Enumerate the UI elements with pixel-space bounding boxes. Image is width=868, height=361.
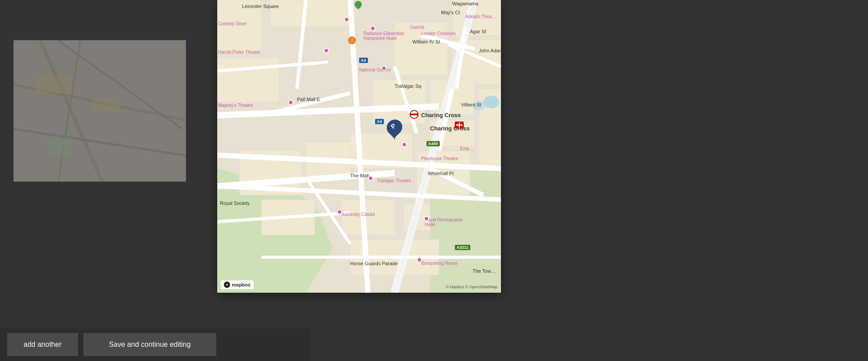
rail-icon-charing-cross	[455, 122, 464, 130]
poi-icon-playhouse	[402, 142, 407, 147]
p-location-marker: P	[387, 120, 403, 139]
map-modal: Leicester Square Wagamama May's Ct Comed…	[217, 0, 501, 293]
bottom-action-bar: add another Save and continue editing	[0, 328, 310, 361]
svg-rect-20	[217, 0, 262, 53]
poi-icon-horseguards	[424, 216, 429, 221]
poi-icon-radisson	[370, 26, 375, 31]
green-location-pin	[355, 1, 362, 10]
svg-rect-22	[270, 0, 350, 27]
svg-rect-54	[410, 114, 418, 115]
badge-a4: A4	[375, 119, 384, 124]
svg-rect-28	[341, 200, 395, 235]
poi-icon-comedy	[344, 17, 349, 22]
svg-point-59	[227, 284, 228, 286]
badge-a3211: A3211	[455, 245, 470, 250]
badge-a400: A400	[426, 141, 440, 146]
poi-icon-trafalgar-theatre	[368, 176, 373, 181]
poi-icon-admiralty	[337, 209, 342, 215]
svg-rect-21	[217, 58, 279, 102]
badge-a4-top: A4	[359, 58, 368, 63]
save-continue-button[interactable]: Save and continue editing	[83, 333, 216, 356]
poi-icon-national	[381, 66, 387, 71]
add-another-button[interactable]: add another	[7, 333, 78, 356]
p-marker-circle: P	[383, 116, 406, 138]
poi-food-icon: 🍴	[348, 36, 356, 44]
svg-rect-14	[395, 22, 448, 75]
p-marker-text: P	[389, 122, 397, 130]
mapbox-branding: mapbox	[221, 280, 254, 289]
mapbox-text: mapbox	[232, 282, 250, 287]
map-attribution: © Mapbox © OpenStreetMap	[446, 285, 497, 289]
poi-icon-harold	[324, 48, 329, 53]
poi-icon-majestys	[288, 100, 293, 105]
tube-icon-charing-cross	[410, 110, 418, 121]
svg-point-32	[473, 101, 485, 110]
svg-point-31	[483, 96, 499, 108]
map-container[interactable]: Leicester Square Wagamama May's Ct Comed…	[217, 0, 501, 293]
poi-icon-banqueting	[417, 257, 422, 263]
mapbox-logo	[224, 282, 230, 288]
